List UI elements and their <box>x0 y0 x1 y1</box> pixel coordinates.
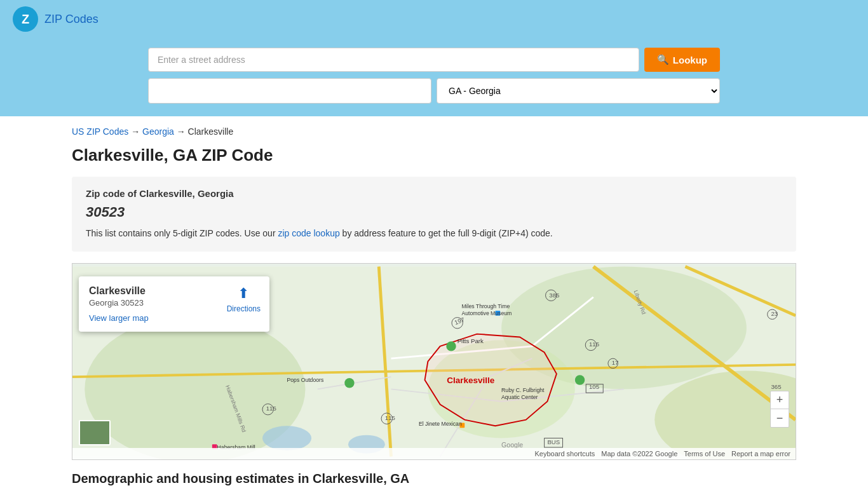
desc-after: by address feature to get the full 9-dig… <box>340 228 553 238</box>
zoom-out-button[interactable]: − <box>771 409 789 427</box>
breadcrumb-arrow-1: → <box>131 126 142 137</box>
svg-point-32 <box>344 378 354 388</box>
svg-text:El Jinete Mexican: El Jinete Mexican <box>419 421 462 427</box>
zip-description: This list contains only 5-digit ZIP code… <box>86 227 782 240</box>
svg-text:Ruby C. Fulbright: Ruby C. Fulbright <box>501 387 545 393</box>
breadcrumb: US ZIP Codes → Georgia → Clarkesville <box>72 126 796 137</box>
main-content: US ZIP Codes → Georgia → Clarkesville Cl… <box>59 116 809 488</box>
section-heading: Demographic and housing estimates in Cla… <box>72 471 796 486</box>
address-input[interactable] <box>148 48 639 72</box>
zoom-in-button[interactable]: + <box>771 391 789 409</box>
info-label: Zip code of Clarkesville, Georgia <box>86 188 782 199</box>
svg-text:385: 385 <box>549 292 559 299</box>
search-row-1: 🔍 Lookup <box>148 48 720 72</box>
map-thumbnail <box>79 420 111 445</box>
svg-text:Aquatic Center: Aquatic Center <box>501 394 538 400</box>
desc-before: This list contains only 5-digit ZIP code… <box>86 228 278 238</box>
svg-point-34 <box>575 375 585 384</box>
svg-text:115: 115 <box>385 414 395 421</box>
map-keyboard-shortcuts-link[interactable]: Keyboard shortcuts <box>534 450 595 458</box>
directions-icon: ⬆ <box>238 285 249 302</box>
lookup-label: Lookup <box>673 55 707 65</box>
svg-text:115: 115 <box>589 341 599 348</box>
svg-text:Automotive Museum: Automotive Museum <box>461 310 512 316</box>
logo: Z <box>13 6 38 32</box>
breadcrumb-city: Clarkesville <box>188 126 234 137</box>
search-row-2: Clarkesville GA - Georgia AL - Alabama F… <box>148 78 720 104</box>
svg-text:365: 365 <box>771 383 781 390</box>
directions-link[interactable]: ⬆ Directions <box>227 285 261 313</box>
svg-point-27 <box>446 341 456 351</box>
city-input[interactable]: Clarkesville <box>148 78 431 104</box>
svg-point-25 <box>262 426 311 451</box>
svg-text:Pitts Park: Pitts Park <box>458 337 484 344</box>
header: Z ZIP Codes <box>0 0 868 38</box>
site-name-link[interactable]: ZIP Codes <box>44 13 98 26</box>
svg-text:Pops Outdoors: Pops Outdoors <box>287 377 324 383</box>
breadcrumb-state-link[interactable]: Georgia <box>142 126 174 137</box>
breadcrumb-arrow-2: → <box>177 126 188 137</box>
map-terms-link[interactable]: Terms of Use <box>684 450 725 458</box>
lookup-button[interactable]: 🔍 Lookup <box>644 48 720 72</box>
map-zoom-controls: + − <box>770 391 789 428</box>
view-larger-map-link[interactable]: View larger map <box>89 313 149 323</box>
zip-number: 30523 <box>86 204 782 220</box>
search-icon: 🔍 <box>657 54 669 65</box>
search-area: 🔍 Lookup Clarkesville GA - Georgia AL - … <box>0 38 868 116</box>
state-select[interactable]: GA - Georgia AL - Alabama FL - Florida <box>437 78 720 104</box>
svg-text:Clarkesville: Clarkesville <box>447 376 495 385</box>
svg-text:115: 115 <box>266 405 276 412</box>
svg-text:Miles Through Time: Miles Through Time <box>461 303 510 309</box>
map-container: 197 115 BUS 385 115 17 105 115 23 365 Cl… <box>72 263 796 460</box>
map-popup: Clarkesville Georgia 30523 View larger m… <box>79 276 269 332</box>
directions-label: Directions <box>227 304 261 313</box>
page-title: Clarkesville, GA ZIP Code <box>72 146 796 165</box>
info-card: Zip code of Clarkesville, Georgia 30523 … <box>72 177 796 252</box>
map-report-link[interactable]: Report a map error <box>731 450 790 458</box>
map-footer: Keyboard shortcuts Map data ©2022 Google… <box>72 448 796 459</box>
map-data-credit: Map data ©2022 Google <box>601 450 677 458</box>
zip-lookup-link[interactable]: zip code lookup <box>278 228 339 238</box>
svg-text:BUS: BUS <box>547 438 560 445</box>
logo-letter: Z <box>22 12 29 27</box>
breadcrumb-us-link[interactable]: US ZIP Codes <box>72 126 128 137</box>
